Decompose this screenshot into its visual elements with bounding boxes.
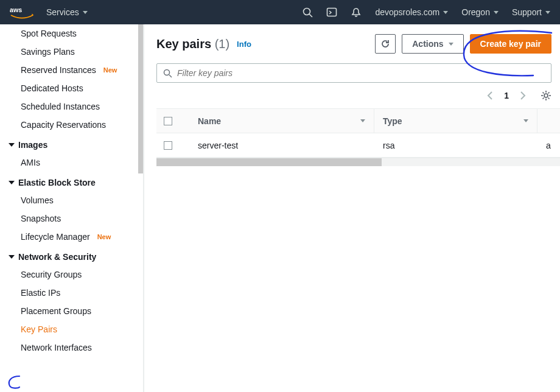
row-checkbox[interactable]: [164, 141, 172, 150]
sidebar-item[interactable]: Volumes: [0, 191, 143, 209]
column-type[interactable]: Type: [374, 109, 537, 133]
sidebar-item[interactable]: Spot Requests: [0, 24, 143, 43]
svg-point-1: [304, 8, 310, 15]
cell-type: rsa: [383, 141, 394, 150]
account-menu[interactable]: devopsroles.com: [375, 7, 448, 17]
chevron-down-icon: [545, 11, 550, 14]
prev-page-button[interactable]: [487, 91, 493, 100]
svg-line-2: [309, 14, 312, 17]
support-label: Support: [512, 7, 542, 17]
main-panel: Key pairs (1) Info Actions Create key pa…: [144, 24, 560, 392]
svg-line-13: [543, 98, 544, 99]
chevron-down-icon: [83, 11, 88, 14]
actions-button[interactable]: Actions: [402, 34, 463, 54]
scrollbar-thumb[interactable]: [156, 158, 382, 166]
svg-line-11: [543, 93, 544, 94]
svg-line-12: [548, 98, 550, 99]
cell-name: server-test: [198, 141, 238, 150]
paginator: 1: [487, 91, 526, 100]
create-key-pair-button[interactable]: Create key pair: [470, 34, 551, 54]
caret-down-icon: [9, 181, 15, 184]
nav-group-label: Elastic Block Store: [18, 178, 96, 187]
sidebar-item-label: AMIs: [21, 158, 40, 167]
sidebar-item-label: Scheduled Instances: [21, 102, 100, 111]
chevron-down-icon: [443, 11, 448, 14]
services-menu[interactable]: Services: [46, 7, 88, 17]
table-header: Name Type: [156, 109, 560, 133]
sidebar-item[interactable]: Key Pairs: [0, 320, 143, 338]
scrollbar-thumb[interactable]: [138, 24, 143, 173]
nav-group-label: Images: [18, 140, 47, 150]
sidebar-item[interactable]: Lifecycle ManagerNew: [0, 228, 143, 246]
nav-group[interactable]: Images: [0, 134, 143, 153]
sidebar-item-label: Reserved Instances: [21, 65, 96, 75]
sidebar-item[interactable]: Reserved InstancesNew: [0, 61, 143, 79]
sort-icon: [523, 119, 528, 122]
info-link[interactable]: Info: [237, 40, 251, 49]
column-name-label: Name: [198, 116, 221, 126]
column-type-label: Type: [383, 116, 402, 126]
svg-text:aws: aws: [10, 6, 22, 13]
sidebar-item[interactable]: Capacity Reservations: [0, 116, 143, 134]
sidebar-item-label: Network Interfaces: [21, 343, 92, 352]
sidebar-item-label: Savings Plans: [21, 47, 75, 57]
key-pairs-table: Name Type server-testrsaa: [156, 108, 560, 166]
sidebar-item[interactable]: Dedicated Hosts: [0, 79, 143, 97]
cell-extra: a: [546, 141, 551, 150]
caret-down-icon: [9, 143, 15, 147]
sidebar-item[interactable]: Placement Groups: [0, 302, 143, 320]
horizontal-scrollbar[interactable]: [156, 158, 560, 166]
aws-logo[interactable]: aws: [10, 5, 34, 20]
new-badge: New: [103, 66, 117, 74]
filter-input[interactable]: [177, 68, 545, 78]
svg-point-4: [164, 69, 170, 75]
sidebar-item[interactable]: Scheduled Instances: [0, 97, 143, 116]
actions-label: Actions: [412, 39, 443, 49]
account-label: devopsroles.com: [375, 7, 439, 17]
services-label: Services: [46, 7, 79, 17]
sidebar-item-label: Key Pairs: [21, 324, 57, 334]
sidebar: Spot RequestsSavings PlansReserved Insta…: [0, 24, 144, 392]
sidebar-item-label: Elastic IPs: [21, 288, 60, 298]
chevron-down-icon: [494, 11, 499, 14]
region-menu[interactable]: Oregon: [461, 7, 499, 17]
sidebar-item[interactable]: Elastic IPs: [0, 284, 143, 302]
region-label: Oregon: [461, 7, 490, 17]
sidebar-item[interactable]: Savings Plans: [0, 43, 143, 61]
sidebar-item[interactable]: Snapshots: [0, 209, 143, 228]
sidebar-item[interactable]: Network Interfaces: [0, 338, 143, 357]
column-name[interactable]: Name: [198, 109, 374, 133]
sidebar-item[interactable]: AMIs: [0, 153, 143, 172]
create-label: Create key pair: [480, 39, 541, 49]
page-number: 1: [504, 91, 509, 100]
table-row[interactable]: server-testrsaa: [156, 133, 560, 158]
svg-line-5: [169, 75, 172, 77]
caret-down-icon: [9, 255, 15, 259]
nav-group[interactable]: Elastic Block Store: [0, 172, 143, 191]
sidebar-item-label: Lifecycle Manager: [21, 232, 90, 242]
cloudshell-icon[interactable]: [326, 7, 337, 18]
select-all-checkbox[interactable]: [164, 117, 172, 125]
next-page-button[interactable]: [520, 91, 526, 100]
title-text: Key pairs: [156, 37, 211, 51]
settings-icon[interactable]: [541, 90, 551, 101]
top-nav: aws Services devopsroles.com Oregon Supp…: [0, 0, 560, 24]
refresh-button[interactable]: [375, 34, 396, 54]
sidebar-item-label: Volumes: [21, 195, 54, 205]
bell-icon[interactable]: [351, 7, 362, 18]
sort-icon: [360, 119, 365, 122]
svg-rect-3: [327, 9, 337, 16]
search-icon: [163, 69, 172, 78]
nav-group[interactable]: Network & Security: [0, 246, 143, 265]
search-icon[interactable]: [303, 7, 313, 18]
chevron-down-icon: [449, 43, 453, 46]
sidebar-item-label: Spot Requests: [21, 29, 77, 38]
sidebar-item[interactable]: Security Groups: [0, 265, 143, 284]
sidebar-item-label: Snapshots: [21, 214, 61, 223]
svg-point-6: [544, 94, 548, 97]
svg-line-14: [548, 93, 550, 94]
page-title: Key pairs (1): [156, 37, 229, 51]
support-menu[interactable]: Support: [512, 7, 550, 17]
filter-box[interactable]: [156, 63, 551, 83]
sidebar-item-label: Capacity Reservations: [21, 120, 106, 130]
